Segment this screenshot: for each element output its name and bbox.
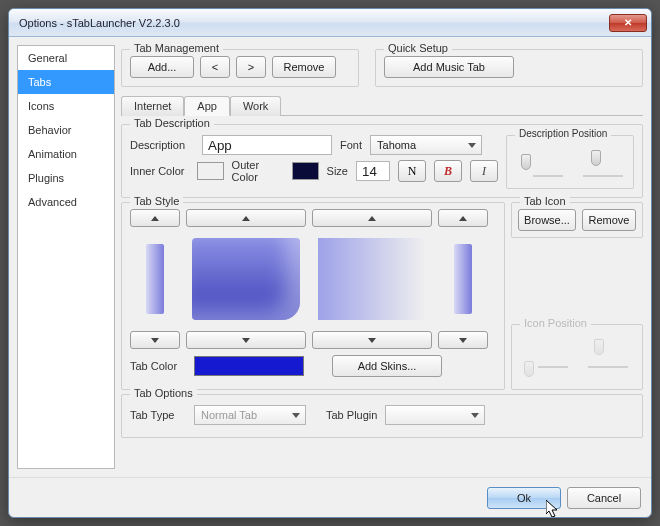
inner-color-swatch[interactable] (197, 162, 223, 180)
inner-tabbar: Internet App Work (121, 95, 643, 116)
window-title: Options - sTabLauncher V2.2.3.0 (19, 17, 180, 29)
tab-work[interactable]: Work (230, 96, 281, 116)
close-button[interactable]: ✕ (609, 14, 647, 32)
style2-down[interactable] (186, 331, 306, 349)
description-label: Description (130, 139, 194, 151)
icon-position-legend: Icon Position (520, 317, 591, 329)
style3-preview (312, 233, 432, 325)
quick-setup-group: Quick Setup Add Music Tab (375, 49, 643, 87)
font-normal-button[interactable]: N (398, 160, 426, 182)
cancel-button[interactable]: Cancel (567, 487, 641, 509)
tab-description-legend: Tab Description (130, 117, 214, 129)
move-left-button[interactable]: < (200, 56, 230, 78)
inner-color-label: Inner Color (130, 165, 189, 177)
tab-type-select[interactable]: Normal Tab (194, 405, 306, 425)
sidebar-item-behavior[interactable]: Behavior (18, 118, 114, 142)
style4-up[interactable] (438, 209, 488, 227)
tab-icon-group: Tab Icon Browse... Remove (511, 202, 643, 238)
tab-type-label: Tab Type (130, 409, 186, 421)
quick-setup-legend: Quick Setup (384, 42, 452, 54)
description-position-slider[interactable] (513, 140, 627, 184)
tab-options-group: Tab Options Tab Type Normal Tab Tab Plug… (121, 394, 643, 438)
style3-up[interactable] (312, 209, 432, 227)
style2-up[interactable] (186, 209, 306, 227)
titlebar: Options - sTabLauncher V2.2.3.0 ✕ (9, 9, 651, 37)
tab-plugin-select[interactable] (385, 405, 485, 425)
tab-style-group: Tab Style (121, 202, 505, 390)
tab-options-legend: Tab Options (130, 387, 197, 399)
font-label: Font (340, 139, 362, 151)
tab-color-swatch[interactable] (194, 356, 304, 376)
description-input[interactable] (202, 135, 332, 155)
style1-preview (130, 233, 180, 325)
remove-icon-button[interactable]: Remove (582, 209, 636, 231)
sidebar-item-icons[interactable]: Icons (18, 94, 114, 118)
add-skins-button[interactable]: Add Skins... (332, 355, 442, 377)
ok-button[interactable]: Ok (487, 487, 561, 509)
tab-description-group: Tab Description Description Font Tahoma … (121, 124, 643, 198)
icon-position-group: Icon Position (511, 324, 643, 390)
description-position-legend: Description Position (515, 128, 611, 139)
font-bold-button[interactable]: B (434, 160, 462, 182)
cursor-icon (546, 500, 562, 519)
add-music-tab-button[interactable]: Add Music Tab (384, 56, 514, 78)
move-right-button[interactable]: > (236, 56, 266, 78)
style2-preview (186, 233, 306, 325)
sidebar: General Tabs Icons Behavior Animation Pl… (17, 45, 115, 469)
browse-icon-button[interactable]: Browse... (518, 209, 576, 231)
style4-preview (438, 233, 488, 325)
style3-down[interactable] (312, 331, 432, 349)
sidebar-item-animation[interactable]: Animation (18, 142, 114, 166)
sidebar-item-tabs[interactable]: Tabs (18, 70, 114, 94)
options-window: Options - sTabLauncher V2.2.3.0 ✕ Genera… (8, 8, 652, 518)
tab-plugin-label: Tab Plugin (326, 409, 377, 421)
size-input[interactable] (356, 161, 390, 181)
tab-management-group: Tab Management Add... < > Remove (121, 49, 359, 87)
sidebar-item-advanced[interactable]: Advanced (18, 190, 114, 214)
tab-app[interactable]: App (184, 96, 230, 116)
svg-marker-0 (546, 500, 557, 517)
tab-icon-legend: Tab Icon (520, 195, 570, 207)
font-select[interactable]: Tahoma (370, 135, 482, 155)
sidebar-item-general[interactable]: General (18, 46, 114, 70)
style1-up[interactable] (130, 209, 180, 227)
outer-color-label: Outer Color (232, 159, 285, 183)
tab-internet[interactable]: Internet (121, 96, 184, 116)
icon-position-slider[interactable] (518, 331, 636, 383)
tab-style-legend: Tab Style (130, 195, 183, 207)
font-italic-button[interactable]: I (470, 160, 498, 182)
tab-color-label: Tab Color (130, 360, 186, 372)
remove-tab-button[interactable]: Remove (272, 56, 336, 78)
tab-management-legend: Tab Management (130, 42, 223, 54)
description-position-group: Description Position (506, 135, 634, 189)
add-tab-button[interactable]: Add... (130, 56, 194, 78)
size-label: Size (327, 165, 348, 177)
style4-down[interactable] (438, 331, 488, 349)
style1-down[interactable] (130, 331, 180, 349)
dialog-buttons: Ok Cancel (9, 477, 651, 517)
close-icon: ✕ (624, 17, 632, 28)
outer-color-swatch[interactable] (292, 162, 318, 180)
sidebar-item-plugins[interactable]: Plugins (18, 166, 114, 190)
